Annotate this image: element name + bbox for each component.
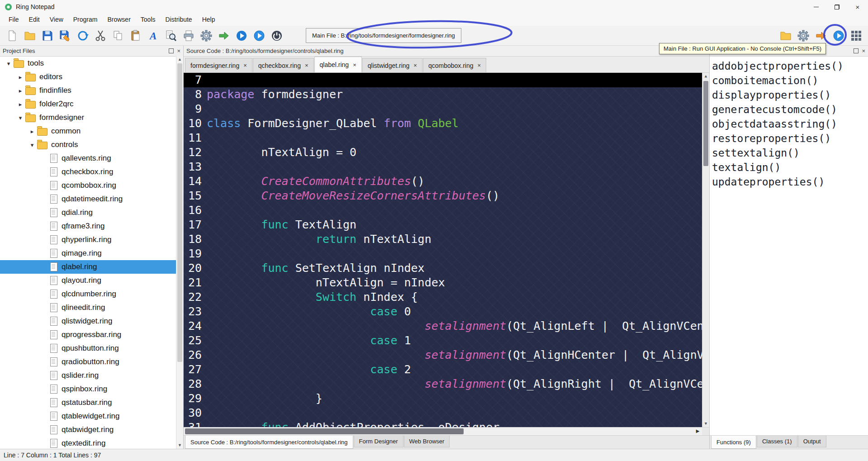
tree-item-findinfiles[interactable]: ▸findinfiles (0, 84, 176, 97)
goto-main-file-button[interactable] (812, 27, 829, 44)
menu-file[interactable]: File (4, 14, 24, 26)
editor-tab-qlabel-ring[interactable]: qlabel.ring× (314, 57, 362, 72)
tree-item-qtabwidget-ring[interactable]: qtabwidget.ring (0, 423, 176, 437)
function-item-textalign[interactable]: textalign() (712, 160, 868, 175)
tree-item-qpushbutton-ring[interactable]: qpushbutton.ring (0, 342, 176, 355)
new-file-button[interactable] (4, 27, 20, 44)
form-designer-button[interactable] (848, 27, 864, 44)
tree-item-qstatusbar-ring[interactable]: qstatusbar.ring (0, 396, 176, 409)
minimize-button[interactable] (806, 0, 826, 14)
editor-tab-formdesigner-ring[interactable]: formdesigner.ring× (185, 58, 252, 72)
panel-tab-functions-9[interactable]: Functions (9) (711, 436, 756, 449)
settings-button[interactable] (198, 27, 214, 44)
tab-close-icon[interactable]: × (243, 62, 247, 69)
tree-item-qallevents-ring[interactable]: qallevents.ring (0, 152, 176, 165)
panel-tab-output[interactable]: Output (798, 436, 826, 447)
tree-item-common[interactable]: ▸common (0, 124, 176, 138)
collapse-arrow-icon[interactable]: ▾ (4, 60, 14, 67)
tree-item-qdial-ring[interactable]: qdial.ring (0, 206, 176, 219)
function-item-generatecustomcode[interactable]: generatecustomcode() (712, 102, 868, 117)
run-arrow-button[interactable] (215, 27, 232, 44)
tree-item-qcombobox-ring[interactable]: qcombobox.ring (0, 179, 176, 192)
scrollbar-thumb[interactable] (177, 63, 182, 362)
expand-arrow-icon[interactable]: ▸ (27, 128, 37, 135)
tree-item-qradiobutton-ring[interactable]: qradiobutton.ring (0, 355, 176, 369)
tree-item-qlineedit-ring[interactable]: qlineedit.ring (0, 301, 176, 314)
tab-close-icon[interactable]: × (353, 62, 356, 68)
menu-distribute[interactable]: Distribute (161, 14, 197, 26)
expand-arrow-icon[interactable]: ▸ (15, 87, 25, 94)
project-tree-scrollbar[interactable]: ▲ ▼ (176, 56, 183, 449)
editor-tab-qcombobox-ring[interactable]: qcombobox.ring× (423, 58, 486, 72)
editor-vertical-scrollbar[interactable]: ▲ ▼ (702, 73, 709, 427)
tab-close-icon[interactable]: × (413, 62, 417, 69)
find-button[interactable] (162, 27, 179, 44)
tree-item-qlabel-ring[interactable]: qlabel.ring (0, 260, 176, 274)
editor-tab-qlistwidget-ring[interactable]: qlistwidget.ring× (362, 58, 422, 72)
collapse-arrow-icon[interactable]: ▾ (15, 114, 25, 121)
tree-item-qcheckbox-ring[interactable]: qcheckbox.ring (0, 165, 176, 179)
tree-item-qtablewidget-ring[interactable]: qtablewidget.ring (0, 409, 176, 423)
restore-button[interactable] (826, 0, 847, 14)
tree-item-qtextedit-ring[interactable]: qtextedit.ring (0, 437, 176, 449)
scrollbar-thumb[interactable] (185, 428, 464, 434)
menu-program[interactable]: Program (68, 14, 103, 26)
scroll-up-icon[interactable]: ▲ (176, 56, 183, 63)
tree-item-qlistwidget-ring[interactable]: qlistwidget.ring (0, 314, 176, 328)
panel-float-icon[interactable] (169, 48, 174, 53)
function-item-comboitemaction[interactable]: comboitemaction() (712, 73, 868, 88)
function-item-restoreproperties[interactable]: restoreproperties() (712, 131, 868, 146)
tree-item-qlayout-ring[interactable]: qlayout.ring (0, 274, 176, 287)
collapse-arrow-icon[interactable]: ▾ (27, 142, 37, 148)
code-editor[interactable]: 78package formdesigner910class FormDesig… (184, 73, 709, 427)
tree-item-formdesigner[interactable]: ▾formdesigner (0, 111, 176, 124)
panel-close-icon[interactable]: × (862, 48, 865, 54)
panel-tab-classes-1[interactable]: Classes (1) (757, 436, 797, 447)
function-item-objectdataasstring[interactable]: objectdataasstring() (712, 117, 868, 131)
editor-horizontal-scrollbar[interactable]: ▶ (184, 427, 709, 435)
project-settings-button[interactable] (795, 27, 811, 44)
expand-arrow-icon[interactable]: ▸ (15, 101, 25, 108)
panel-close-icon[interactable]: × (177, 48, 180, 54)
tree-item-qhyperlink-ring[interactable]: qhyperlink.ring (0, 233, 176, 247)
scroll-right-icon[interactable]: ▶ (694, 428, 701, 435)
function-item-displayproperties[interactable]: displayproperties() (712, 88, 868, 102)
tree-item-folder2qrc[interactable]: ▸folder2qrc (0, 97, 176, 111)
tree-item-qimage-ring[interactable]: qimage.ring (0, 247, 176, 260)
print-button[interactable] (180, 27, 197, 44)
copy-button[interactable] (109, 27, 126, 44)
function-item-updateproperties[interactable]: updateproperties() (712, 175, 868, 189)
expand-arrow-icon[interactable]: ▸ (15, 74, 25, 81)
close-button[interactable]: × (847, 0, 868, 14)
tree-item-qspinbox-ring[interactable]: qspinbox.ring (0, 382, 176, 396)
scroll-down-icon[interactable]: ▼ (702, 420, 709, 427)
scroll-up-icon[interactable]: ▲ (702, 73, 709, 80)
open-folder-button[interactable] (21, 27, 38, 44)
cut-button[interactable] (92, 27, 109, 44)
menu-browser[interactable]: Browser (102, 14, 135, 26)
font-button[interactable]: A (145, 27, 161, 44)
tree-item-qprogressbar-ring[interactable]: qprogressbar.ring (0, 328, 176, 342)
tab-close-icon[interactable]: × (478, 62, 481, 69)
tree-item-qlcdnumber-ring[interactable]: qlcdnumber.ring (0, 287, 176, 301)
tree-item-qslider-ring[interactable]: qslider.ring (0, 369, 176, 382)
tree-item-editors[interactable]: ▸editors (0, 70, 176, 84)
save-as-button[interactable] (57, 27, 73, 44)
paste-button[interactable] (127, 27, 144, 44)
view-tab-source-code-b-ring-tools-formdesigner-controls-qlabel-ring[interactable]: Source Code : B:/ring/tools/formdesigner… (185, 436, 353, 449)
menu-view[interactable]: View (45, 14, 68, 26)
view-tab-form-designer[interactable]: Form Designer (354, 436, 403, 447)
run-button[interactable] (233, 27, 250, 44)
tab-close-icon[interactable]: × (305, 62, 308, 69)
scroll-down-icon[interactable]: ▼ (176, 442, 183, 449)
editor-tab-qcheckbox-ring[interactable]: qcheckbox.ring× (253, 58, 314, 72)
tree-item-tools[interactable]: ▾tools (0, 57, 176, 70)
tree-item-controls[interactable]: ▾controls (0, 138, 176, 152)
stop-button[interactable] (268, 27, 285, 44)
view-tab-web-browser[interactable]: Web Browser (404, 436, 450, 447)
run-gui-button[interactable] (251, 27, 267, 44)
open-project-folder-button[interactable] (777, 27, 794, 44)
menu-tools[interactable]: Tools (136, 14, 161, 26)
tree-item-qframe3-ring[interactable]: qframe3.ring (0, 219, 176, 233)
function-item-addobjectproperties[interactable]: addobjectproperties() (712, 59, 868, 73)
